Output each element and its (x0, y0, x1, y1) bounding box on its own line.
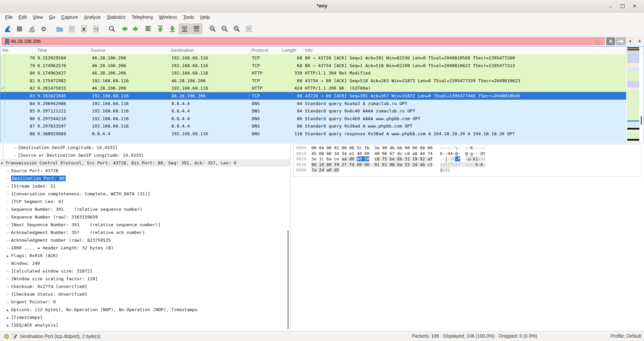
packet-row-80[interactable]: 809.17496342746.28.106.206192.168.68.116… (0, 69, 626, 77)
detail-line[interactable]: [TCP Segment Len: 0] (0, 198, 290, 205)
bookmark-icon[interactable] (5, 39, 10, 45)
zoom-reset-button[interactable] (231, 23, 243, 34)
detail-line[interactable]: Window: 249 (0, 259, 290, 267)
packet-row-79[interactable]: 799.17496257646.28.106.206192.168.68.116… (0, 62, 626, 69)
detail-line[interactable]: [Conversation completeness: Complete, WI… (0, 190, 290, 198)
detail-line[interactable]: [Destination GeoIP Longitude: 14,4333] (0, 144, 290, 151)
packet-row-85[interactable]: 859.297121221192.168.68.1168.8.4.4DNS84S… (0, 107, 626, 115)
resize-columns-button[interactable] (243, 23, 255, 34)
minimize-button[interactable]: – (604, 1, 616, 11)
detail-line[interactable]: [Source or Destination GeoIP Longitude: … (0, 151, 290, 159)
hex-dump[interactable]: 0000 00 04 00 01 00 06 5c fb 3a 90 4b bb… (293, 144, 641, 177)
auto-scroll-button[interactable] (179, 23, 190, 34)
first-packet-button[interactable] (155, 23, 166, 34)
field-text: Options: (12 bytes), No-Operation (NOP),… (11, 307, 198, 312)
menu-edit[interactable]: Edit (16, 13, 30, 21)
menu-statistics[interactable]: Statistics (104, 13, 128, 21)
add-filter-button[interactable]: + (636, 37, 643, 45)
next-packet-button[interactable] (130, 23, 142, 34)
packet-list-scrollbar[interactable] (641, 116, 642, 125)
cell-time: 9.297633597 (37, 122, 88, 130)
expander-open-icon[interactable]: ▼ (1, 159, 5, 167)
menu-file[interactable]: File (2, 13, 16, 21)
menu-capture[interactable]: Capture (58, 13, 81, 21)
find-packet-button[interactable] (106, 23, 118, 34)
expert-info-icon[interactable] (4, 334, 9, 339)
detail-line[interactable]: Sequence Number (raw): 3363159659 (0, 213, 290, 221)
close-button[interactable]: ✕ (629, 1, 641, 11)
expander-closed-icon[interactable]: ▶ (7, 322, 11, 329)
display-filter-input[interactable]: 46.28.106.206 (2, 37, 605, 45)
detail-line[interactable]: [Window size scaling factor: 128] (0, 275, 290, 283)
detail-line[interactable]: [Calculated window size: 31872] (0, 267, 290, 275)
packet-row-78[interactable]: 789.15202958446.28.106.206192.168.68.116… (0, 54, 626, 62)
packet-row-88[interactable]: 889.3889298898.8.4.4192.168.68.116DNS118… (0, 130, 626, 138)
menu-view[interactable]: View (30, 13, 46, 21)
expander-closed-icon[interactable]: ▶ (7, 306, 11, 314)
stop-capture-button[interactable] (14, 23, 25, 34)
detail-line[interactable]: ▶Options: (12 bytes), No-Operation (NOP)… (0, 306, 290, 313)
open-file-button[interactable] (54, 23, 65, 34)
reload-file-button[interactable] (90, 23, 102, 34)
intelligent-scrollbar[interactable] (627, 47, 639, 142)
packet-row-83[interactable]: 839.281621045192.168.68.11646.28.106.206… (0, 92, 626, 100)
expander-closed-icon[interactable]: ▶ (7, 252, 11, 260)
field-text: [Calculated window size: 31872] (11, 269, 93, 274)
save-file-button[interactable] (66, 23, 77, 34)
column-header-length[interactable]: Length (281, 47, 304, 54)
cell-no: 86 (9, 115, 35, 123)
filter-bar: 46.28.106.206 ✕ ▼ + (0, 37, 644, 46)
filter-dropdown-button[interactable]: ▼ (627, 37, 633, 45)
detail-line[interactable]: Acknowledgment Number: 357 (relative ack… (0, 229, 290, 236)
detail-line[interactable]: [Stream index: 5] (0, 182, 290, 190)
detail-line[interactable]: Sequence Number: 391 (relative sequence … (0, 205, 290, 213)
detail-line[interactable]: Acknowledgment number (raw): 823759535 (0, 236, 290, 244)
expander-closed-icon[interactable]: ▶ (7, 314, 11, 322)
column-header-no[interactable]: No. (1, 47, 36, 54)
detail-line[interactable]: ▼Transmission Control Protocol, Src Port… (0, 159, 290, 167)
menu-wireless[interactable]: Wireless (156, 13, 180, 21)
details-scrollbar[interactable] (287, 230, 289, 329)
clear-filter-button[interactable]: ✕ (606, 37, 615, 45)
restart-capture-button[interactable] (26, 23, 37, 34)
detail-line[interactable]: Checksum: 0x27fd [unverified] (0, 283, 290, 290)
detail-line[interactable]: Source Port: 43728 (0, 167, 290, 175)
detail-line[interactable]: 1000 .... = Header Length: 32 bytes (8) (0, 244, 290, 252)
menu-help[interactable]: Help (197, 13, 213, 21)
packet-row-81[interactable]: 819.175072982192.168.68.11646.28.106.206… (0, 77, 626, 85)
profile-label[interactable]: Profile: Default (610, 333, 641, 339)
column-header-source[interactable]: Source (90, 47, 170, 54)
capture-comment-icon[interactable] (12, 334, 17, 339)
last-packet-button[interactable] (167, 23, 178, 34)
packet-row-87[interactable]: 879.297633597192.168.68.1168.8.4.4DNS86S… (0, 122, 626, 130)
column-header-time[interactable]: Time (36, 47, 90, 54)
detail-line[interactable]: ▶[SEQ/ACK analysis] (0, 321, 290, 329)
capture-options-button[interactable]: ⚙ (38, 23, 49, 34)
packet-row-86[interactable]: 869.297544210192.168.68.1168.8.4.4DNS86S… (0, 115, 626, 123)
colorize-button[interactable] (191, 23, 202, 34)
previous-packet-button[interactable] (118, 23, 130, 34)
detail-line[interactable]: [Next Sequence Number: 391 (relative seq… (0, 221, 290, 229)
detail-line[interactable]: ▶[Timestamps] (0, 313, 290, 321)
column-header-info[interactable]: Info (304, 47, 624, 54)
zoom-out-button[interactable] (219, 23, 230, 34)
column-header-protocol[interactable]: Protocol (251, 47, 281, 54)
detail-line[interactable]: [Checksum Status: Unverified] (0, 290, 290, 298)
start-capture-button[interactable] (2, 23, 13, 34)
close-file-button[interactable] (78, 23, 90, 34)
zoom-in-button[interactable] (207, 23, 218, 34)
menu-tools[interactable]: Tools (180, 13, 197, 21)
detail-line[interactable]: Destination Port: 80 (0, 175, 290, 182)
menu-telephony[interactable]: Telephony (128, 13, 156, 21)
cell-info: HTTP/1.1 200 OK (GIF89a) (305, 84, 624, 92)
maximize-button[interactable] (616, 1, 629, 11)
detail-line[interactable]: Urgent Pointer: 0 (0, 298, 290, 306)
menu-analyze[interactable]: Analyze (81, 13, 104, 21)
packet-row-82[interactable]: 829.28147503346.28.106.206192.168.68.116… (0, 84, 626, 92)
goto-packet-button[interactable] (143, 23, 154, 34)
packet-row-84[interactable]: 849.296942086192.168.68.1168.8.4.4DNS84S… (0, 100, 626, 107)
menu-go[interactable]: Go (46, 13, 58, 21)
column-header-destination[interactable]: Destination (170, 47, 251, 54)
apply-filter-button[interactable] (616, 37, 626, 45)
detail-line[interactable]: ▶Flags: 0x010 (ACK) (0, 252, 290, 259)
